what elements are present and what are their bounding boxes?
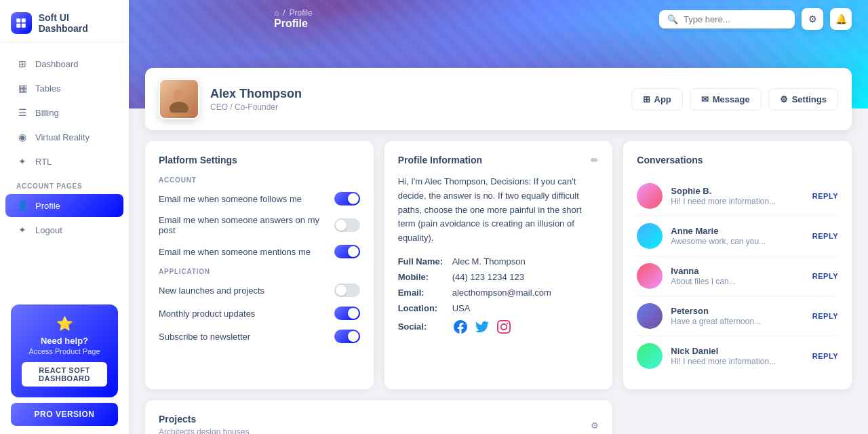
reply-btn-nick[interactable]: REPLY (812, 352, 838, 360)
location-value: USA (452, 303, 471, 313)
sidebar-item-logout[interactable]: ✦ Logout (5, 218, 123, 241)
toggle-label-newsletter: Subscribe to newsletter (159, 332, 250, 342)
convo-info-anne: Anne Marie Awesome work, can you... (671, 226, 804, 246)
toggle-row-follows: Email me when someone follows me (159, 192, 360, 205)
brand-name: Soft UI Dashboard (39, 12, 118, 34)
search-icon: 🔍 (667, 14, 678, 24)
settings-icon-btn[interactable]: ⚙ (802, 8, 823, 30)
topbar-right: 🔍 ⚙ 🔔 (659, 8, 852, 30)
toggle-label-mentions: Email me when someone mentions me (159, 247, 311, 257)
avatar-image (160, 80, 198, 118)
full-name-value: Alec M. Thompson (452, 256, 526, 267)
app-button[interactable]: ⊞ App (631, 88, 683, 111)
toggle-newsletter[interactable] (334, 330, 360, 343)
sidebar-item-label: Billing (35, 108, 59, 118)
toggle-row-newsletter: Subscribe to newsletter (159, 330, 360, 343)
projects-settings-icon[interactable]: ⚙ (591, 420, 599, 431)
email-value: alecthompson@mail.com (452, 288, 551, 298)
convo-name-anne: Anne Marie (671, 226, 804, 236)
avatar-svg (165, 85, 193, 113)
toggle-mentions[interactable] (334, 245, 360, 258)
reply-btn-sophie[interactable]: REPLY (812, 192, 838, 200)
convo-item-ivanna: Ivanna About files I can... REPLY (637, 256, 838, 296)
application-settings-label: APPLICATION (159, 268, 360, 275)
search-box[interactable]: 🔍 (659, 10, 795, 28)
sidebar: Soft UI Dashboard ⊞ Dashboard ▦ Tables ☰… (0, 0, 129, 434)
edit-icon[interactable]: ✏ (591, 155, 599, 165)
conversations-title: Conversations (637, 155, 838, 165)
sidebar-item-dashboard[interactable]: ⊞ Dashboard (5, 52, 123, 75)
reply-btn-peterson[interactable]: REPLY (812, 312, 838, 320)
main-nav: ⊞ Dashboard ▦ Tables ☰ Billing ◉ Virtual… (0, 43, 129, 296)
avatar-peterson (637, 303, 663, 329)
profile-name: Alex Thompson (210, 87, 302, 101)
toggle-launches[interactable] (334, 283, 360, 297)
sidebar-item-label: Dashboard (35, 59, 79, 69)
convo-preview-peterson: Have a great afternoon... (671, 317, 804, 326)
convo-name-ivanna: Ivanna (671, 266, 804, 276)
svg-rect-0 (17, 18, 21, 22)
help-button[interactable]: REACT SOFT DASHBOARD (22, 362, 107, 387)
search-input[interactable] (684, 14, 797, 24)
toggle-answers[interactable] (334, 218, 360, 232)
home-icon: ⌂ (274, 8, 279, 18)
convo-item-peterson: Peterson Have a great afternoon... REPLY (637, 296, 838, 336)
account-settings-label: ACCOUNT (159, 176, 360, 184)
bell-icon: 🔔 (835, 14, 847, 24)
toggle-label-answers: Email me when someone answers on my post (159, 215, 334, 235)
toggle-product-updates[interactable] (334, 307, 360, 320)
mobile-value: (44) 123 1234 123 (452, 272, 524, 282)
svg-rect-3 (22, 24, 26, 28)
sidebar-item-billing[interactable]: ☰ Billing (5, 101, 123, 124)
full-name-label: Full Name: (398, 256, 452, 267)
help-card: ⭐ Need help? Access Product Page REACT S… (11, 304, 118, 397)
projects-card: Projects Architects design houses ⚙ (145, 400, 612, 434)
convo-name-sophie: Sophie B. (671, 186, 804, 196)
toggle-label-product-updates: Monthly product updates (159, 309, 255, 319)
sidebar-item-label: Virtual Reality (35, 132, 90, 142)
toggle-follows[interactable] (334, 192, 360, 205)
sidebar-item-rtl[interactable]: ✦ RTL (5, 150, 123, 173)
rtl-icon: ✦ (16, 156, 28, 167)
sidebar-item-virtual-reality[interactable]: ◉ Virtual Reality (5, 125, 123, 149)
convo-name-peterson: Peterson (671, 306, 804, 316)
svg-rect-2 (17, 24, 21, 28)
sidebar-item-label: RTL (35, 157, 52, 167)
logout-icon: ✦ (16, 224, 28, 235)
avatar-nick (637, 343, 663, 369)
profile-actions: ⊞ App ✉ Message ⚙ Settings (631, 88, 839, 111)
convo-preview-nick: Hi! I need more information... (671, 357, 804, 366)
toggle-row-launches: New launches and projects (159, 283, 360, 297)
notifications-bell-btn[interactable]: 🔔 (830, 8, 852, 30)
instagram-icon[interactable] (496, 319, 512, 335)
svg-rect-1 (22, 18, 26, 22)
projects-title: Projects (159, 414, 249, 425)
help-subtitle: Access Product Page (22, 347, 107, 355)
settings-button[interactable]: ⚙ Settings (768, 88, 838, 111)
sidebar-item-tables[interactable]: ▦ Tables (5, 77, 123, 100)
full-name-row: Full Name: Alec M. Thompson (398, 256, 599, 267)
twitter-icon[interactable] (474, 319, 490, 335)
toggle-label-follows: Email me when someone follows me (159, 194, 302, 204)
toggle-row-product-updates: Monthly product updates (159, 307, 360, 320)
profile-header-card: Alex Thompson CEO / Co-Founder ⊞ App ✉ M… (145, 68, 852, 130)
page-header-area: ⌂ / Profile Profile 🔍 ⚙ 🔔 (129, 0, 868, 130)
message-button[interactable]: ✉ Message (690, 88, 762, 111)
convo-item-sophie: Sophie B. Hi! I need more information...… (637, 176, 838, 216)
breadcrumb-current: Profile (290, 8, 313, 18)
avatar-ivanna (637, 263, 663, 289)
reply-btn-ivanna[interactable]: REPLY (812, 272, 838, 280)
mobile-row: Mobile: (44) 123 1234 123 (398, 272, 599, 282)
pro-version-button[interactable]: PRO VERSION (11, 403, 118, 426)
avatar (159, 79, 199, 119)
breadcrumb-sep: / (283, 8, 285, 18)
convo-name-nick: Nick Daniel (671, 346, 804, 356)
convo-preview-sophie: Hi! I need more information... (671, 197, 804, 206)
reply-btn-anne[interactable]: REPLY (812, 232, 838, 240)
sidebar-item-label: Logout (35, 225, 62, 235)
sidebar-item-profile[interactable]: 👤 Profile (5, 194, 123, 217)
platform-settings-card: Platform Settings ACCOUNT Email me when … (145, 141, 374, 389)
topbar: ⌂ / Profile Profile 🔍 ⚙ 🔔 (258, 0, 868, 38)
facebook-icon[interactable] (452, 319, 469, 335)
profile-bio: Hi, I'm Alec Thompson, Decisions: If you… (398, 175, 599, 245)
